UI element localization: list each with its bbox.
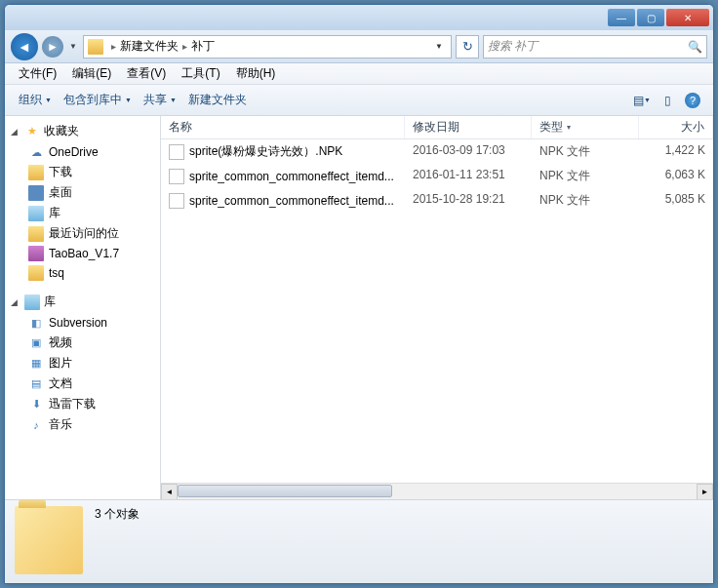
forward-button[interactable]: ► [42, 36, 63, 58]
breadcrumb-part-1[interactable]: 新建文件夹 [120, 38, 179, 55]
breadcrumb[interactable]: ▸ 新建文件夹 ▸ 补丁 ▼ [83, 35, 452, 59]
svn-icon: ◧ [28, 315, 44, 331]
maximize-button[interactable]: ▢ [637, 9, 664, 26]
minimize-button[interactable]: — [608, 9, 635, 26]
music-icon: ♪ [28, 417, 44, 433]
breadcrumb-dropdown[interactable]: ▼ [431, 42, 447, 51]
back-button[interactable]: ◄ [11, 33, 38, 60]
menu-edit[interactable]: 编辑(E) [64, 63, 119, 84]
nav-bar: ◄ ► ▼ ▸ 新建文件夹 ▸ 补丁 ▼ ↻ 搜索 补丁 🔍 [5, 30, 713, 63]
sidebar-item-taobao[interactable]: TaoBao_V1.7 [5, 244, 160, 263]
sidebar-item-subversion[interactable]: ◧Subversion [5, 313, 160, 333]
scroll-left-icon[interactable]: ◄ [161, 484, 178, 500]
menu-file[interactable]: 文件(F) [11, 63, 64, 84]
document-icon: ▤ [28, 376, 44, 392]
folder-icon [88, 39, 103, 55]
sidebar-item-documents[interactable]: ▤文档 [5, 373, 160, 394]
search-icon[interactable]: 🔍 [688, 40, 702, 54]
sidebar-item-recent[interactable]: 最近访问的位 [5, 223, 160, 244]
collapse-icon: ◢ [11, 127, 20, 137]
share-button[interactable]: 共享▼ [138, 88, 182, 112]
menu-tools[interactable]: 工具(T) [174, 63, 227, 84]
sidebar-item-onedrive[interactable]: ☁OneDrive [5, 142, 160, 162]
file-row[interactable]: sprite_common_commoneffect_itemd... 2015… [161, 188, 713, 213]
titlebar: — ▢ ✕ [5, 5, 713, 30]
collapse-icon: ◢ [11, 297, 20, 307]
search-placeholder: 搜索 补丁 [488, 38, 538, 55]
libraries-label: 库 [44, 294, 56, 310]
col-size[interactable]: 大小 [639, 116, 713, 138]
folder-large-icon [15, 506, 83, 574]
sidebar-item-library[interactable]: 库 [5, 203, 160, 223]
status-text: 3 个对象 [95, 506, 140, 523]
include-library-button[interactable]: 包含到库中▼ [58, 88, 138, 112]
sidebar-item-xunlei[interactable]: ⬇迅雷下载 [5, 394, 160, 414]
sidebar-item-desktop[interactable]: 桌面 [5, 182, 160, 203]
desktop-icon [28, 185, 44, 201]
close-button[interactable]: ✕ [666, 9, 709, 26]
menu-bar: 文件(F) 编辑(E) 查看(V) 工具(T) 帮助(H) [5, 63, 713, 85]
libraries-header[interactable]: ◢ 库 [5, 291, 160, 313]
breadcrumb-part-2[interactable]: 补丁 [191, 38, 215, 55]
file-row[interactable]: sprite_common_commoneffect_itemd... 2016… [161, 164, 713, 188]
sidebar-item-music[interactable]: ♪音乐 [5, 414, 160, 435]
sidebar-item-video[interactable]: ▣视频 [5, 333, 160, 353]
video-icon: ▣ [28, 335, 44, 351]
scroll-right-icon[interactable]: ► [697, 484, 713, 500]
archive-icon [28, 246, 44, 261]
explorer-window: — ▢ ✕ ◄ ► ▼ ▸ 新建文件夹 ▸ 补丁 ▼ ↻ 搜索 补丁 🔍 文件(… [4, 4, 714, 584]
toolbar: 组织▼ 包含到库中▼ 共享▼ 新建文件夹 ▤ ▼ ▯ ? [5, 85, 713, 116]
refresh-button[interactable]: ↻ [456, 35, 479, 59]
content-pane: 名称 修改日期 类型 大小 sprite(爆粉爆史诗光效）.NPK 2016-0… [161, 116, 713, 499]
menu-help[interactable]: 帮助(H) [228, 63, 284, 84]
view-mode-button[interactable]: ▤ ▼ [629, 90, 655, 111]
star-icon: ★ [24, 124, 40, 139]
col-date[interactable]: 修改日期 [405, 116, 532, 138]
file-icon [169, 193, 184, 209]
download-icon: ⬇ [28, 397, 44, 412]
scroll-thumb[interactable] [178, 485, 392, 497]
horizontal-scrollbar[interactable]: ◄ ► [161, 483, 713, 499]
library-icon [24, 294, 40, 310]
library-icon [28, 206, 44, 221]
folder-icon [28, 265, 44, 281]
nav-history-dropdown[interactable]: ▼ [67, 37, 79, 57]
col-name[interactable]: 名称 [161, 116, 405, 138]
file-list: sprite(爆粉爆史诗光效）.NPK 2016-03-09 17:03 NPK… [161, 139, 713, 483]
search-input[interactable]: 搜索 补丁 🔍 [483, 35, 707, 59]
sidebar-item-tsq[interactable]: tsq [5, 263, 160, 283]
new-folder-button[interactable]: 新建文件夹 [182, 88, 253, 112]
file-row[interactable]: sprite(爆粉爆史诗光效）.NPK 2016-03-09 17:03 NPK… [161, 139, 713, 164]
help-button[interactable]: ? [680, 90, 705, 111]
breadcrumb-sep: ▸ [182, 41, 187, 52]
column-headers: 名称 修改日期 类型 大小 [161, 116, 713, 139]
sidebar-item-downloads[interactable]: 下载 [5, 162, 160, 182]
sidebar: ◢ ★ 收藏夹 ☁OneDrive 下载 桌面 库 最近访问的位 TaoBao_… [5, 116, 161, 499]
menu-view[interactable]: 查看(V) [119, 63, 174, 84]
favorites-header[interactable]: ◢ ★ 收藏夹 [5, 120, 160, 142]
body: ◢ ★ 收藏夹 ☁OneDrive 下载 桌面 库 最近访问的位 TaoBao_… [5, 116, 713, 499]
col-type[interactable]: 类型 [532, 116, 639, 138]
picture-icon: ▦ [28, 356, 44, 372]
cloud-icon: ☁ [28, 144, 44, 160]
help-icon: ? [685, 93, 700, 108]
preview-pane-button[interactable]: ▯ [655, 90, 680, 111]
folder-icon [28, 226, 44, 242]
folder-icon [28, 165, 44, 180]
status-bar: 3 个对象 [5, 499, 713, 583]
sidebar-item-pictures[interactable]: ▦图片 [5, 353, 160, 373]
favorites-label: 收藏夹 [44, 123, 79, 139]
file-icon [169, 169, 184, 184]
organize-button[interactable]: 组织▼ [13, 88, 58, 112]
file-icon [169, 144, 184, 160]
breadcrumb-sep: ▸ [111, 41, 116, 52]
